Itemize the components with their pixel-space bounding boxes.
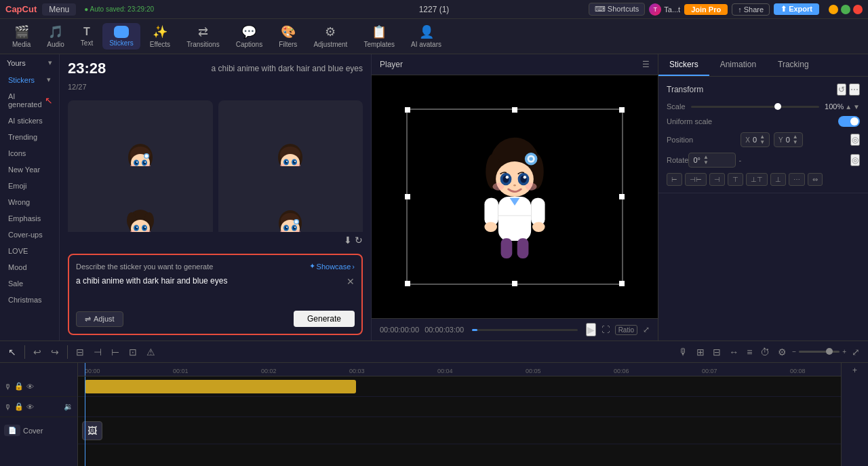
- download-sticker-button[interactable]: ⬇: [344, 235, 352, 246]
- tl-select-tool[interactable]: ↖: [5, 345, 19, 359]
- tl-add-track-button[interactable]: +: [852, 366, 857, 375]
- align-bottom-button[interactable]: ⊥: [770, 173, 786, 186]
- showcase-link[interactable]: ✦ Showcase ›: [309, 262, 355, 271]
- sidebar-item-stickers[interactable]: Stickers ▾: [0, 71, 59, 88]
- generate-textarea[interactable]: a chibi anime with dark hair and blue ey…: [76, 276, 355, 303]
- handle-tm[interactable]: [512, 107, 517, 113]
- tool-transitions[interactable]: ⇄ Transitions: [180, 22, 226, 51]
- split-screen-button[interactable]: ⊞: [694, 345, 707, 359]
- export-button[interactable]: ⬆ Export: [774, 3, 819, 15]
- generate-button[interactable]: Generate: [294, 311, 355, 327]
- pip-button[interactable]: ⊟: [710, 345, 724, 359]
- transition-button[interactable]: ↔: [726, 345, 741, 359]
- sidebar-item-icons[interactable]: Icons: [0, 145, 59, 161]
- sidebar-item-ai-generated[interactable]: AI generated ↖: [0, 88, 59, 113]
- align-center-h-button[interactable]: ⊣⊢: [685, 173, 707, 186]
- ratio-button[interactable]: Ratio: [615, 325, 637, 335]
- cover-icon[interactable]: 📄: [4, 425, 20, 436]
- zoom-fit-button[interactable]: ⤢: [849, 345, 863, 359]
- tl-trim-right-button[interactable]: ⊢: [108, 345, 122, 359]
- fullscreen-button[interactable]: ⛶: [601, 325, 610, 334]
- tl-trim-left-button[interactable]: ⊣: [91, 345, 104, 359]
- uniform-scale-toggle[interactable]: [838, 116, 860, 127]
- track-eye-icon[interactable]: 👁: [26, 383, 34, 391]
- tool-media[interactable]: 🎬 Media: [5, 22, 37, 51]
- align-extra-button[interactable]: ⇔: [808, 173, 823, 186]
- handle-bl[interactable]: [405, 281, 410, 286]
- expand-button[interactable]: ⤢: [643, 325, 650, 334]
- handle-ml[interactable]: [405, 194, 410, 199]
- handle-tr[interactable]: [619, 107, 625, 113]
- pos-x-box[interactable]: X 0 ▲ ▼: [741, 132, 770, 147]
- speed-button[interactable]: ⏱: [757, 345, 772, 359]
- sidebar-item-wrong[interactable]: Wrong: [0, 194, 59, 210]
- handle-br[interactable]: [619, 281, 625, 286]
- refresh-sticker-button[interactable]: ↻: [355, 235, 363, 246]
- tab-stickers[interactable]: Stickers: [658, 54, 709, 76]
- playhead[interactable]: [85, 363, 85, 376]
- sidebar-item-trending[interactable]: Trending: [0, 129, 59, 145]
- mic-button[interactable]: 🎙: [676, 345, 691, 359]
- sticker-cell-4[interactable]: [218, 166, 363, 232]
- align-more-button[interactable]: ⋯: [789, 173, 805, 186]
- align-left-button[interactable]: ⊢: [667, 173, 682, 186]
- tl-freeze-button[interactable]: ⚠: [144, 345, 158, 359]
- close-button[interactable]: [853, 5, 863, 14]
- sidebar-item-emoji[interactable]: Emoji: [0, 178, 59, 194]
- track-lock-icon[interactable]: 🔒: [14, 382, 24, 391]
- more-options-button[interactable]: ⋯: [849, 83, 860, 96]
- play-button[interactable]: ▶: [586, 323, 596, 336]
- align-right-button[interactable]: ⊣: [709, 173, 725, 186]
- sidebar-item-christmas[interactable]: Christmas: [0, 292, 59, 308]
- tl-delete-button[interactable]: ⊡: [126, 345, 140, 359]
- tab-tracking[interactable]: Tracking: [767, 54, 820, 76]
- handle-tl[interactable]: [405, 107, 410, 113]
- tool-templates[interactable]: 📋 Templates: [357, 22, 401, 51]
- track2-eye-icon[interactable]: 👁: [26, 403, 34, 411]
- reset-transform-button[interactable]: ↺: [837, 83, 846, 96]
- player-menu-icon[interactable]: ☰: [642, 60, 650, 69]
- reset-rotate-button[interactable]: ◎: [850, 154, 860, 166]
- align-center-v-button[interactable]: ⊥⊤: [746, 173, 768, 186]
- track2-lock-icon[interactable]: 🔒: [14, 402, 24, 411]
- sidebar-item-ai-stickers[interactable]: AI stickers: [0, 113, 59, 129]
- tool-ai-avatars[interactable]: 👤 AI avatars: [404, 22, 448, 51]
- tool-filters[interactable]: 🎨 Filters: [272, 22, 304, 51]
- scale-down-button[interactable]: ▼: [853, 103, 860, 111]
- join-pro-button[interactable]: Join Pro: [684, 4, 728, 15]
- shortcuts-button[interactable]: ⌨ Shortcuts: [589, 3, 646, 16]
- minimize-button[interactable]: [829, 5, 838, 14]
- auto-caption-button[interactable]: ≡: [744, 345, 755, 359]
- align-top-button[interactable]: ⊤: [728, 173, 743, 186]
- tool-text[interactable]: T Text: [74, 23, 100, 50]
- share-button[interactable]: ↑ Share: [732, 3, 770, 16]
- sidebar-item-emphasis[interactable]: Emphasis: [0, 210, 59, 227]
- scale-slider[interactable]: [691, 106, 820, 108]
- settings-button[interactable]: ⚙: [775, 345, 789, 359]
- video-clip[interactable]: [85, 380, 356, 393]
- maximize-button[interactable]: [841, 5, 850, 14]
- tool-captions[interactable]: 💬 Captions: [229, 22, 269, 51]
- handle-mr[interactable]: [619, 194, 625, 199]
- sidebar-item-cover-ups[interactable]: Cover-ups: [0, 227, 59, 243]
- dropdown-arrow-icon[interactable]: ▾: [48, 58, 52, 67]
- progress-bar[interactable]: [472, 329, 577, 331]
- sidebar-item-mood[interactable]: Mood: [0, 259, 59, 275]
- sidebar-item-sale[interactable]: Sale: [0, 275, 59, 292]
- tl-undo-button[interactable]: ↩: [31, 345, 44, 359]
- sidebar-item-love[interactable]: LOVE: [0, 243, 59, 259]
- scale-up-button[interactable]: ▲: [845, 103, 852, 111]
- menu-button[interactable]: Menu: [42, 3, 76, 16]
- pos-y-box[interactable]: Y 0 ▲ ▼: [774, 132, 803, 147]
- pos-x-down[interactable]: ▼: [760, 140, 765, 145]
- tool-audio[interactable]: 🎵 Audio: [40, 22, 71, 51]
- tl-redo-button[interactable]: ↪: [48, 345, 62, 359]
- track2-speaker-icon[interactable]: 🔉: [64, 402, 73, 411]
- sticker-cell-3[interactable]: [68, 166, 213, 232]
- reset-position-button[interactable]: ◎: [850, 134, 860, 146]
- tab-animation[interactable]: Animation: [709, 54, 767, 76]
- pos-y-down[interactable]: ▼: [793, 140, 798, 145]
- rotate-down[interactable]: ▼: [703, 160, 709, 166]
- tl-split-button[interactable]: ⊟: [73, 345, 87, 359]
- rotate-box[interactable]: 0° ▲ ▼: [688, 153, 736, 168]
